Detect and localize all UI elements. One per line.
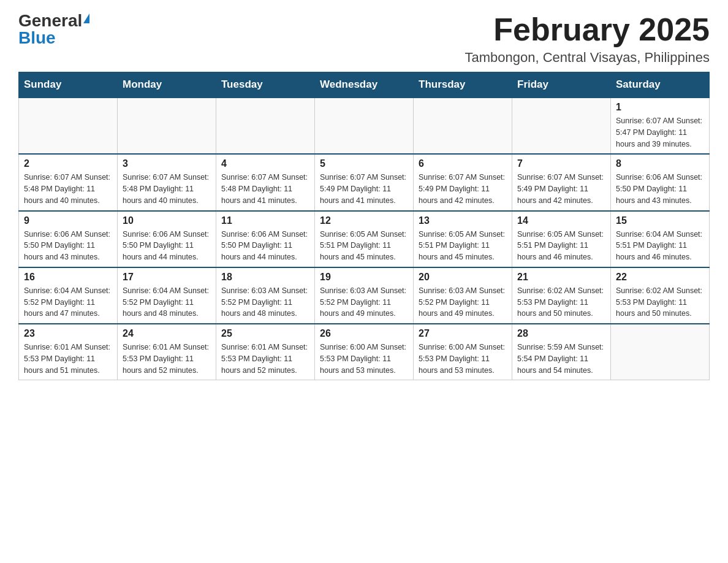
calendar-cell [118,98,216,154]
calendar-week-row: 23Sunrise: 6:01 AM Sunset: 5:53 PM Dayli… [19,324,710,380]
day-info: Sunrise: 6:04 AM Sunset: 5:51 PM Dayligh… [616,229,704,263]
calendar-cell: 2Sunrise: 6:07 AM Sunset: 5:48 PM Daylig… [19,154,118,210]
calendar-cell: 7Sunrise: 6:07 AM Sunset: 5:49 PM Daylig… [512,154,611,210]
calendar-cell [512,98,611,154]
day-number: 9 [24,215,112,226]
day-number: 28 [517,328,605,339]
calendar-cell: 11Sunrise: 6:06 AM Sunset: 5:50 PM Dayli… [216,211,315,267]
calendar-table: SundayMondayTuesdayWednesdayThursdayFrid… [18,72,710,380]
day-number: 4 [221,158,309,169]
day-info: Sunrise: 6:05 AM Sunset: 5:51 PM Dayligh… [517,229,605,263]
logo-triangle-icon [83,13,89,23]
calendar-cell: 4Sunrise: 6:07 AM Sunset: 5:48 PM Daylig… [216,154,315,210]
day-info: Sunrise: 6:06 AM Sunset: 5:50 PM Dayligh… [123,229,211,263]
day-info: Sunrise: 5:59 AM Sunset: 5:54 PM Dayligh… [517,342,605,376]
day-info: Sunrise: 6:00 AM Sunset: 5:53 PM Dayligh… [419,342,507,376]
day-info: Sunrise: 6:00 AM Sunset: 5:53 PM Dayligh… [320,342,408,376]
page-header: General Blue February 2025 Tambongon, Ce… [18,12,710,66]
calendar-cell [414,98,512,154]
calendar-cell: 22Sunrise: 6:02 AM Sunset: 5:53 PM Dayli… [611,267,710,324]
day-number: 14 [517,215,605,226]
calendar-cell: 16Sunrise: 6:04 AM Sunset: 5:52 PM Dayli… [19,267,118,324]
calendar-cell: 14Sunrise: 6:05 AM Sunset: 5:51 PM Dayli… [512,211,611,267]
day-number: 25 [221,328,309,339]
day-info: Sunrise: 6:04 AM Sunset: 5:52 PM Dayligh… [123,285,211,320]
calendar-week-row: 1Sunrise: 6:07 AM Sunset: 5:47 PM Daylig… [19,98,710,154]
day-number: 20 [419,272,507,283]
day-info: Sunrise: 6:07 AM Sunset: 5:48 PM Dayligh… [221,172,309,206]
calendar-cell: 19Sunrise: 6:03 AM Sunset: 5:52 PM Dayli… [315,267,414,324]
calendar-cell: 13Sunrise: 6:05 AM Sunset: 5:51 PM Dayli… [414,211,512,267]
day-info: Sunrise: 6:07 AM Sunset: 5:47 PM Dayligh… [616,115,704,150]
calendar-cell [315,98,414,154]
day-info: Sunrise: 6:01 AM Sunset: 5:53 PM Dayligh… [221,342,309,376]
day-info: Sunrise: 6:03 AM Sunset: 5:52 PM Dayligh… [320,285,408,320]
day-number: 27 [419,328,507,339]
day-number: 11 [221,215,309,226]
calendar-cell: 6Sunrise: 6:07 AM Sunset: 5:49 PM Daylig… [414,154,512,210]
calendar-cell: 25Sunrise: 6:01 AM Sunset: 5:53 PM Dayli… [216,324,315,380]
day-info: Sunrise: 6:07 AM Sunset: 5:49 PM Dayligh… [419,172,507,206]
day-number: 10 [123,215,211,226]
weekday-header-saturday: Saturday [611,72,710,98]
calendar-cell: 3Sunrise: 6:07 AM Sunset: 5:48 PM Daylig… [118,154,216,210]
weekday-header-row: SundayMondayTuesdayWednesdayThursdayFrid… [19,72,710,98]
calendar-cell: 28Sunrise: 5:59 AM Sunset: 5:54 PM Dayli… [512,324,611,380]
calendar-cell: 15Sunrise: 6:04 AM Sunset: 5:51 PM Dayli… [611,211,710,267]
day-info: Sunrise: 6:03 AM Sunset: 5:52 PM Dayligh… [419,285,507,320]
calendar-week-row: 9Sunrise: 6:06 AM Sunset: 5:50 PM Daylig… [19,211,710,267]
calendar-cell: 21Sunrise: 6:02 AM Sunset: 5:53 PM Dayli… [512,267,611,324]
calendar-cell: 5Sunrise: 6:07 AM Sunset: 5:49 PM Daylig… [315,154,414,210]
title-block: February 2025 Tambongon, Central Visayas… [465,12,710,66]
day-number: 18 [221,272,309,283]
day-number: 8 [616,158,704,169]
weekday-header-monday: Monday [118,72,216,98]
weekday-header-wednesday: Wednesday [315,72,414,98]
weekday-header-friday: Friday [512,72,611,98]
calendar-cell: 18Sunrise: 6:03 AM Sunset: 5:52 PM Dayli… [216,267,315,324]
calendar-cell: 20Sunrise: 6:03 AM Sunset: 5:52 PM Dayli… [414,267,512,324]
day-number: 13 [419,215,507,226]
day-number: 6 [419,158,507,169]
day-number: 3 [123,158,211,169]
logo: General Blue [18,12,89,47]
day-number: 12 [320,215,408,226]
day-info: Sunrise: 6:03 AM Sunset: 5:52 PM Dayligh… [221,285,309,320]
calendar-cell: 17Sunrise: 6:04 AM Sunset: 5:52 PM Dayli… [118,267,216,324]
day-number: 19 [320,272,408,283]
month-title: February 2025 [465,12,710,47]
day-info: Sunrise: 6:05 AM Sunset: 5:51 PM Dayligh… [419,229,507,263]
day-number: 5 [320,158,408,169]
calendar-cell [19,98,118,154]
day-number: 1 [616,102,704,113]
day-number: 15 [616,215,704,226]
day-number: 26 [320,328,408,339]
day-info: Sunrise: 6:06 AM Sunset: 5:50 PM Dayligh… [616,172,704,206]
logo-blue-text: Blue [18,29,56,47]
day-number: 17 [123,272,211,283]
day-info: Sunrise: 6:05 AM Sunset: 5:51 PM Dayligh… [320,229,408,263]
calendar-header: SundayMondayTuesdayWednesdayThursdayFrid… [19,72,710,98]
day-info: Sunrise: 6:02 AM Sunset: 5:53 PM Dayligh… [517,285,605,320]
calendar-body: 1Sunrise: 6:07 AM Sunset: 5:47 PM Daylig… [19,98,710,380]
day-number: 24 [123,328,211,339]
logo-general-text: General [18,12,82,29]
calendar-cell: 27Sunrise: 6:00 AM Sunset: 5:53 PM Dayli… [414,324,512,380]
day-info: Sunrise: 6:01 AM Sunset: 5:53 PM Dayligh… [24,342,112,376]
day-number: 7 [517,158,605,169]
day-info: Sunrise: 6:07 AM Sunset: 5:48 PM Dayligh… [123,172,211,206]
day-info: Sunrise: 6:07 AM Sunset: 5:48 PM Dayligh… [24,172,112,206]
day-info: Sunrise: 6:07 AM Sunset: 5:49 PM Dayligh… [320,172,408,206]
day-info: Sunrise: 6:06 AM Sunset: 5:50 PM Dayligh… [24,229,112,263]
calendar-week-row: 16Sunrise: 6:04 AM Sunset: 5:52 PM Dayli… [19,267,710,324]
calendar-cell: 9Sunrise: 6:06 AM Sunset: 5:50 PM Daylig… [19,211,118,267]
calendar-cell: 8Sunrise: 6:06 AM Sunset: 5:50 PM Daylig… [611,154,710,210]
calendar-cell: 24Sunrise: 6:01 AM Sunset: 5:53 PM Dayli… [118,324,216,380]
calendar-cell: 23Sunrise: 6:01 AM Sunset: 5:53 PM Dayli… [19,324,118,380]
day-info: Sunrise: 6:04 AM Sunset: 5:52 PM Dayligh… [24,285,112,320]
location-subtitle: Tambongon, Central Visayas, Philippines [465,50,710,66]
day-number: 2 [24,158,112,169]
weekday-header-sunday: Sunday [19,72,118,98]
day-number: 22 [616,272,704,283]
day-info: Sunrise: 6:06 AM Sunset: 5:50 PM Dayligh… [221,229,309,263]
